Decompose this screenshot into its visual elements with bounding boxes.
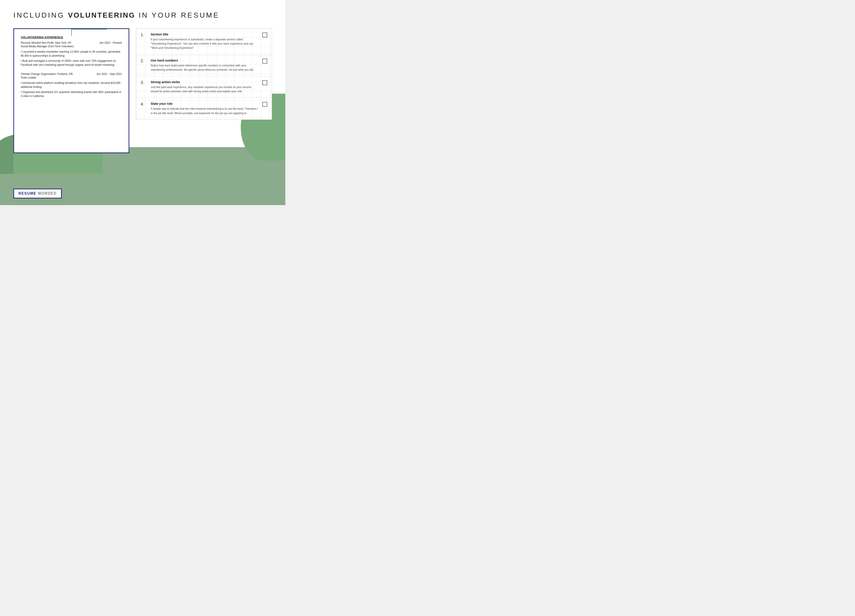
- tip-checkbox-4[interactable]: [262, 102, 267, 107]
- job2-org: Climate Change Organization, Portland, O…: [21, 72, 73, 75]
- tip-description-2: Notice how each bullet point references …: [151, 64, 259, 72]
- brand-resume: RESUME: [18, 192, 36, 196]
- tip-number-4: 4.: [141, 102, 150, 107]
- tip-description-1: If your volunteering experience is subst…: [151, 37, 259, 51]
- tip-title-1: Section title: [151, 32, 259, 36]
- tip-content-4: State your role A simple way to indicate…: [151, 102, 259, 115]
- job2-bullet2: • Organized and advertised 10+ quarterly…: [21, 90, 122, 98]
- resume-spacer: [21, 68, 122, 72]
- job1-bullet2: • Built and managed a community of 2500+…: [21, 59, 122, 67]
- tip-item-2: 2. Use hard numbers Notice how each bull…: [136, 55, 272, 76]
- tip-content-1: Section title If your volunteering exper…: [151, 32, 259, 51]
- tip-content-2: Use hard numbers Notice how each bullet …: [151, 59, 259, 72]
- job2-role: Team Leader: [21, 76, 122, 79]
- tip-content-3: Strong action verbs Just like paid work …: [151, 80, 259, 93]
- job1-org: Resume Worded Non-Profit, New York, NY: [21, 41, 72, 44]
- tip-checkbox-1[interactable]: [262, 32, 267, 37]
- tip-checkbox-3[interactable]: [262, 80, 267, 85]
- title-prefix: INCLUDING: [13, 11, 68, 19]
- main-container: INCLUDING VOLUNTEERING IN YOUR RESUME VO…: [0, 0, 285, 205]
- tip-item-1: 1. Section title If your volunteering ex…: [136, 29, 272, 55]
- resume-section-title: VOLUNTEERING EXPERIENCE: [21, 36, 122, 39]
- tip-number-3: 3.: [141, 80, 150, 85]
- tips-container: 1. Section title If your volunteering ex…: [136, 28, 272, 120]
- job1-org-line: Resume Worded Non-Profit, New York, NY J…: [21, 41, 122, 44]
- job1-date: Jan 2022 - Present: [100, 41, 122, 44]
- job1-bullet1: • Launched a weekly newsletter reaching …: [21, 50, 122, 58]
- tip-description-3: Just like paid work experience, any volu…: [151, 85, 259, 93]
- tip-item-4: 4. State your role A simple way to indic…: [136, 98, 272, 119]
- job1-role: Social Media Manager (Part-Time Voluntee…: [21, 45, 122, 48]
- resume-card: VOLUNTEERING EXPERIENCE Resume Worded No…: [13, 28, 129, 153]
- page-title: INCLUDING VOLUNTEERING IN YOUR RESUME: [13, 11, 272, 19]
- tip-title-4: State your role: [151, 102, 259, 106]
- job2-org-line: Climate Change Organization, Portland, O…: [21, 72, 122, 75]
- branding-area: RESUME WORDED: [13, 188, 62, 198]
- green-top-horizontal-line: [71, 29, 107, 29]
- tip-title-3: Strong action verbs: [151, 80, 259, 84]
- title-suffix: IN YOUR RESUME: [135, 11, 219, 19]
- two-column-layout: VOLUNTEERING EXPERIENCE Resume Worded No…: [13, 28, 272, 153]
- job2-bullet1: • Introduced online platform enabling do…: [21, 81, 122, 89]
- tip-description-4: A simple way to indicate that the roles …: [151, 107, 259, 115]
- tip-title-2: Use hard numbers: [151, 59, 259, 62]
- brand-worded: WORDED: [38, 192, 57, 196]
- tip-number-1: 1.: [141, 32, 150, 37]
- job2-date: Jun 2021 - Sept 2021: [96, 72, 122, 75]
- tip-item-3: 3. Strong action verbs Just like paid wo…: [136, 76, 272, 98]
- title-bold: VOLUNTEERING: [68, 11, 135, 19]
- content-area: INCLUDING VOLUNTEERING IN YOUR RESUME VO…: [0, 0, 285, 162]
- green-top-vertical-line: [71, 29, 72, 36]
- tip-checkbox-2[interactable]: [262, 59, 267, 64]
- tip-number-2: 2.: [141, 59, 150, 64]
- brand-badge: RESUME WORDED: [13, 188, 62, 198]
